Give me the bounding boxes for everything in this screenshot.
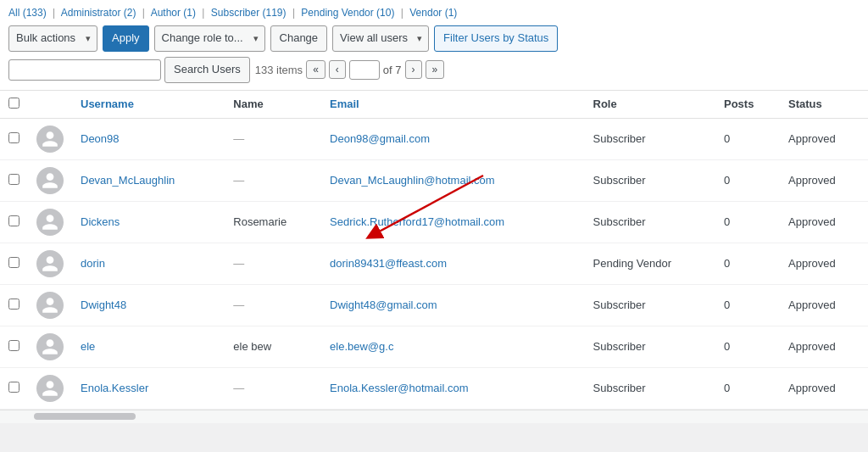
row-role: Subscriber — [593, 299, 646, 311]
row-status-cell: Approved — [780, 367, 868, 409]
filter-pending-vendor-link[interactable]: Pending Vendor (10) — [301, 7, 394, 19]
row-checkbox-5[interactable] — [8, 340, 19, 351]
username-link[interactable]: ele — [81, 340, 95, 353]
row-checkbox-cell — [0, 201, 28, 243]
row-name-cell: — — [225, 118, 321, 159]
table-wrap: Username Name Email Role Posts Status — [0, 91, 868, 410]
avatar-column-header — [28, 91, 72, 119]
row-role-cell: Subscriber — [585, 326, 716, 367]
row-name: ele bew — [233, 340, 271, 353]
email-link[interactable]: Deon98@gmail.com — [330, 132, 430, 145]
row-name: — — [233, 132, 244, 145]
bulk-actions-select[interactable]: Bulk actions — [8, 25, 97, 52]
table-row: Dwight48 — Dwight48@gmail.com Subscriber… — [0, 284, 868, 326]
first-page-button[interactable]: « — [306, 60, 326, 79]
email-link[interactable]: Dwight48@gmail.com — [330, 299, 437, 311]
email-column-header[interactable]: Email — [321, 91, 584, 119]
view-all-users-select-wrap: View all users — [332, 25, 429, 52]
row-role: Pending Vendor — [593, 257, 672, 270]
row-status-cell: Approved — [780, 118, 868, 159]
row-checkbox-cell — [0, 326, 28, 367]
row-checkbox-6[interactable] — [8, 382, 19, 393]
row-checkbox-cell — [0, 284, 28, 326]
filter-author-link[interactable]: Author (1) — [151, 7, 196, 19]
change-button[interactable]: Change — [270, 25, 328, 52]
username-link[interactable]: Dwight48 — [81, 299, 126, 311]
row-checkbox-cell — [0, 243, 28, 284]
row-role-cell: Pending Vendor — [585, 243, 716, 284]
row-username-cell: Dickens — [72, 201, 225, 243]
email-link[interactable]: Sedrick.Rutherford17@hotmail.com — [330, 215, 504, 228]
row-email-cell: Devan_McLaughlin@hotmail.com — [321, 159, 584, 201]
select-all-header — [0, 91, 28, 119]
apply-button[interactable]: Apply — [103, 25, 149, 52]
users-table: Username Name Email Role Posts Status — [0, 91, 868, 410]
prev-page-button[interactable]: ‹ — [329, 60, 346, 79]
filter-users-by-status-button[interactable]: Filter Users by Status — [434, 25, 558, 52]
username-link[interactable]: Devan_McLaughlin — [81, 174, 175, 187]
row-checkbox-1[interactable] — [8, 174, 19, 185]
row-checkbox-4[interactable] — [8, 299, 19, 310]
row-status-cell: Approved — [780, 326, 868, 367]
current-page-input[interactable]: 2 — [349, 60, 380, 80]
row-posts: 0 — [724, 132, 730, 145]
filter-all-link[interactable]: All (133) — [8, 7, 47, 19]
row-status-cell: Approved — [780, 201, 868, 243]
email-link[interactable]: Devan_McLaughlin@hotmail.com — [330, 174, 495, 187]
username-link[interactable]: Enola.Kessler — [81, 382, 148, 394]
email-link[interactable]: Enola.Kessler@hotmail.com — [330, 382, 468, 394]
row-checkbox-2[interactable] — [8, 215, 19, 226]
row-role: Subscriber — [593, 174, 646, 187]
row-posts: 0 — [724, 257, 730, 270]
username-link[interactable]: dorin — [81, 257, 105, 270]
email-link[interactable]: ele.bew@g.c — [330, 340, 393, 353]
row-avatar-cell — [28, 159, 72, 201]
row-status: Approved — [788, 340, 836, 353]
row-role-cell: Subscriber — [585, 118, 716, 159]
table-row: Deon98 — Deon98@gmail.com Subscriber 0 A… — [0, 118, 868, 159]
row-name: — — [233, 382, 244, 394]
last-page-button[interactable]: » — [426, 60, 445, 79]
row-role: Subscriber — [593, 382, 646, 394]
table-row: dorin — dorin89431@ffeast.com Pending Ve… — [0, 243, 868, 284]
row-posts: 0 — [724, 340, 730, 353]
row-name: — — [233, 174, 244, 187]
avatar — [36, 250, 64, 277]
separator-1: | — [53, 7, 55, 19]
search-input[interactable] — [8, 59, 161, 81]
scrollbar-row[interactable] — [0, 410, 868, 423]
row-checkbox-3[interactable] — [8, 257, 19, 268]
row-checkbox-0[interactable] — [8, 132, 19, 143]
row-role: Subscriber — [593, 132, 646, 145]
avatar — [36, 126, 64, 153]
row-role-cell: Subscriber — [585, 201, 716, 243]
row-role: Subscriber — [593, 215, 646, 228]
select-all-checkbox[interactable] — [8, 98, 19, 109]
user-icon — [41, 171, 59, 190]
row-posts-cell: 0 — [715, 367, 780, 409]
table-row: Dickens Rosemarie Sedrick.Rutherford17@h… — [0, 201, 868, 243]
change-role-select[interactable]: Change role to... — [154, 25, 265, 52]
row-role-cell: Subscriber — [585, 159, 716, 201]
posts-column-header: Posts — [715, 91, 780, 119]
email-link[interactable]: dorin89431@ffeast.com — [330, 257, 447, 270]
filter-vendor-link[interactable]: Vendor (1) — [409, 7, 457, 19]
of-pages: of 7 — [383, 64, 402, 76]
row-email-cell: Deon98@gmail.com — [321, 118, 584, 159]
filter-administrator-link[interactable]: Administrator (2) — [61, 7, 136, 19]
username-link[interactable]: Deon98 — [81, 132, 120, 145]
search-users-button[interactable]: Search Users — [164, 57, 250, 83]
view-all-users-select[interactable]: View all users — [332, 25, 429, 52]
row-name-cell: — — [225, 243, 321, 284]
row-avatar-cell — [28, 118, 72, 159]
avatar — [36, 333, 64, 360]
filter-subscriber-link[interactable]: Subscriber (119) — [211, 7, 287, 19]
username-link[interactable]: Dickens — [81, 215, 120, 228]
row-name-cell: — — [225, 367, 321, 409]
table-row: ele ele bew ele.bew@g.c Subscriber 0 App… — [0, 326, 868, 367]
row-avatar-cell — [28, 284, 72, 326]
username-column-header[interactable]: Username — [72, 91, 225, 119]
users-table-container: Username Name Email Role Posts Status — [0, 91, 868, 410]
next-page-button[interactable]: › — [405, 60, 422, 79]
row-username-cell: ele — [72, 326, 225, 367]
